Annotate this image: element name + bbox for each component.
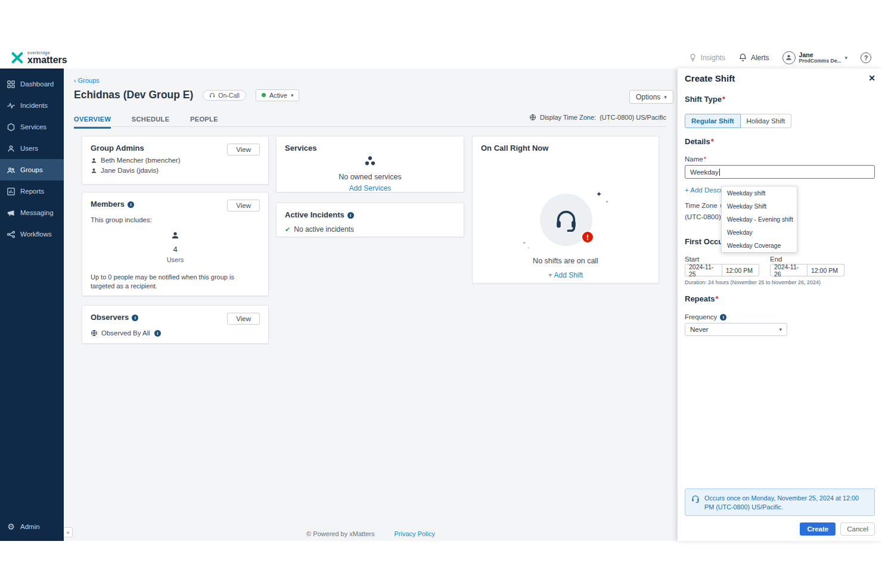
- person-icon: [170, 231, 180, 240]
- shift-type-label: Shift Type*: [685, 95, 725, 104]
- status-dropdown[interactable]: Active ▾: [256, 89, 300, 101]
- end-date-field[interactable]: 2024-11-26: [770, 264, 808, 276]
- sidebar-item-dashboard[interactable]: Dashboard: [0, 73, 64, 95]
- card-active-incidents: Active Incidentsi ✔ No active incidents: [276, 203, 464, 237]
- info-icon[interactable]: i: [720, 314, 726, 321]
- incidents-status-row: ✔ No active incidents: [285, 225, 455, 234]
- sidebar-item-label: Dashboard: [20, 80, 54, 88]
- details-label: Details*: [685, 137, 714, 146]
- user-menu[interactable]: Jane ProdComms De... ▾: [782, 51, 847, 64]
- create-shift-panel: Create Shift ✕ Shift Type* Regular Shift…: [678, 69, 882, 541]
- breadcrumb[interactable]: ‹ Groups: [74, 77, 100, 84]
- on-call-label: On-Call: [218, 92, 240, 99]
- brand-everbridge: everbridge: [27, 51, 67, 55]
- help-icon: ?: [864, 54, 868, 61]
- sidebar-item-reports[interactable]: Reports: [0, 181, 64, 202]
- sidebar-item-messaging[interactable]: Messaging: [0, 202, 64, 223]
- observers-value: Observed By All: [101, 329, 150, 337]
- chevron-left-icon: ‹: [74, 77, 76, 84]
- info-icon[interactable]: i: [347, 212, 354, 219]
- start-date-field[interactable]: 2024-11-25: [685, 264, 722, 276]
- tab-people[interactable]: PEOPLE: [190, 116, 218, 127]
- user-icon: [7, 144, 15, 153]
- chevron-down-icon: ▾: [779, 326, 782, 332]
- add-services-link[interactable]: Add Services: [285, 184, 455, 192]
- sparkle-icon: ✦: [596, 190, 602, 198]
- sidebar: Dashboard Incidents Services Users Group…: [0, 69, 64, 541]
- alerts-label: Alerts: [751, 54, 769, 62]
- sidebar-item-groups[interactable]: Groups: [0, 159, 64, 181]
- frequency-select[interactable]: Never ▾: [685, 323, 787, 336]
- suggestion-item[interactable]: Weekday Coverage: [722, 239, 797, 252]
- on-call-button[interactable]: On-Call: [203, 90, 246, 101]
- chevron-down-icon: ▾: [291, 92, 294, 98]
- shift-type-toggle: Regular Shift Holiday Shift: [685, 114, 791, 128]
- sidebar-item-users[interactable]: Users: [0, 138, 64, 159]
- info-icon[interactable]: i: [154, 330, 161, 337]
- insights-button[interactable]: Insights: [688, 53, 725, 62]
- suggestion-item[interactable]: Weekday: [722, 226, 797, 239]
- collapse-icon: «: [66, 530, 69, 536]
- members-unit: Users: [91, 256, 260, 263]
- sidebar-item-admin[interactable]: ⚙ Admin: [0, 516, 64, 537]
- on-call-illustration: ! ✦: [540, 194, 592, 246]
- chevron-down-icon: ▾: [664, 94, 667, 100]
- privacy-policy-link[interactable]: Privacy Policy: [395, 530, 435, 537]
- group-admin-row: Beth Mencher (bmencher): [91, 157, 260, 164]
- group-admin-name: Beth Mencher (bmencher): [101, 157, 181, 164]
- gear-icon: ⚙: [7, 522, 15, 531]
- reports-icon: [7, 187, 15, 196]
- info-icon[interactable]: i: [128, 201, 134, 208]
- sidebar-collapse-button[interactable]: «: [64, 527, 73, 537]
- end-label: End: [770, 256, 782, 263]
- globe-icon: [529, 114, 536, 121]
- sidebar-item-workflows[interactable]: Workflows: [0, 223, 64, 245]
- close-icon[interactable]: ✕: [868, 73, 875, 83]
- view-members-button[interactable]: View: [227, 200, 260, 211]
- end-time-field[interactable]: 12:00 PM: [808, 264, 844, 276]
- suggestion-item[interactable]: Weekday shift: [722, 186, 797, 200]
- create-button[interactable]: Create: [800, 522, 836, 536]
- brand-xmatters: xmatters: [27, 55, 67, 65]
- regular-shift-button[interactable]: Regular Shift: [685, 114, 741, 128]
- start-time-field[interactable]: 12:00 PM: [722, 264, 759, 276]
- sidebar-item-services[interactable]: Services: [0, 116, 64, 138]
- view-group-admins-button[interactable]: View: [227, 144, 260, 155]
- cancel-button[interactable]: Cancel: [840, 522, 875, 536]
- person-icon: [91, 167, 97, 174]
- main-footer: © Powered by xMatters Privacy Policy: [64, 530, 678, 537]
- alerts-button[interactable]: Alerts: [738, 53, 769, 62]
- name-label: Name*: [685, 155, 706, 163]
- add-shift-link[interactable]: + Add Shift: [473, 271, 659, 279]
- card-title: On Call Right Now: [481, 144, 548, 153]
- holiday-shift-button[interactable]: Holiday Shift: [741, 114, 792, 128]
- panel-actions: Create Cancel: [678, 517, 882, 541]
- alert-badge: !: [581, 231, 594, 244]
- card-title: Services: [285, 144, 317, 153]
- group-admin-row: Jane Davis (jdavis): [91, 167, 260, 174]
- suggestion-item[interactable]: Weekday Shift: [722, 200, 797, 213]
- breadcrumb-label: Groups: [78, 77, 100, 84]
- user-name: Jane: [799, 51, 841, 58]
- suggestion-item[interactable]: Weekday - Evening shift: [722, 213, 797, 226]
- tab-overview[interactable]: OVERVIEW: [74, 116, 111, 129]
- sidebar-item-label: Groups: [20, 166, 43, 173]
- lightbulb-icon: [688, 53, 697, 62]
- shift-name-input[interactable]: Weekday: [685, 165, 875, 179]
- help-button[interactable]: ?: [861, 52, 871, 63]
- members-includes-label: This group includes:: [91, 216, 260, 223]
- sidebar-item-label: Users: [20, 145, 38, 152]
- bell-icon: [738, 53, 747, 62]
- info-icon[interactable]: i: [132, 315, 138, 321]
- view-observers-button[interactable]: View: [227, 313, 260, 325]
- display-time-zone: Display Time Zone: (UTC-0800) US/Pacific: [529, 114, 666, 121]
- workflow-icon: [7, 230, 15, 239]
- time-zone-label: Time Zonei: [685, 202, 727, 209]
- sidebar-item-incidents[interactable]: Incidents: [0, 95, 64, 116]
- tab-schedule[interactable]: SCHEDULE: [132, 116, 170, 127]
- options-button[interactable]: Options ▾: [629, 90, 673, 104]
- occurrence-note-box: Occurs once on Monday, November 25, 2024…: [685, 489, 875, 516]
- services-icon: [7, 123, 15, 132]
- avatar: [782, 51, 796, 64]
- brand-logo[interactable]: everbridge xmatters: [11, 51, 67, 65]
